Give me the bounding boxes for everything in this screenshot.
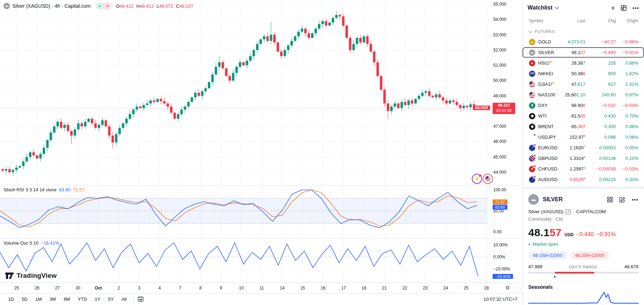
- volume-osc-chart[interactable]: [0, 239, 487, 282]
- last-main: 1.1630: [570, 145, 584, 151]
- candle-body: [363, 36, 365, 42]
- watchlist-row-gold[interactable]: ▬GOLD4,073.01−40.27−0.98%: [523, 37, 644, 47]
- date-tick[interactable]: 27: [55, 286, 60, 291]
- candle-body: [39, 154, 42, 159]
- range-1m[interactable]: 1M: [32, 295, 45, 303]
- candle-body: [94, 123, 97, 128]
- bid-button[interactable]: 48.158×22000: [528, 251, 567, 259]
- add-symbol-button[interactable]: +: [611, 4, 615, 12]
- chg-cell: 0.300: [590, 124, 616, 129]
- detail-name[interactable]: Silver (XAGUSD): [528, 209, 564, 214]
- candle-body: [328, 23, 331, 26]
- date-tick[interactable]: 11: [260, 286, 264, 291]
- date-tick[interactable]: 15: [300, 286, 305, 291]
- go-to-date-button[interactable]: [137, 296, 144, 302]
- range-3m[interactable]: 3M: [46, 295, 59, 303]
- date-tick[interactable]: 8: [199, 286, 202, 291]
- us-event-flag-icon[interactable]: [483, 174, 493, 184]
- stoch-rsi-chart[interactable]: [0, 185, 487, 239]
- grid-layout-button[interactable]: [621, 5, 627, 11]
- seasonals-chart[interactable]: [528, 291, 639, 305]
- date-tick[interactable]: Oct: [95, 286, 102, 291]
- ask-button[interactable]: 48.208×22000: [571, 251, 609, 259]
- main-chart-legend[interactable]: ▬ Silver (XAGUSD) · 4h · Capital.com ● ≈…: [4, 3, 193, 9]
- range-1d[interactable]: 1D: [5, 295, 17, 303]
- range-6m[interactable]: 6M: [60, 295, 73, 303]
- last-cell: 65.387: [555, 124, 590, 129]
- clock-timezone[interactable]: 10:07:32 UTC+7: [483, 297, 517, 302]
- range-ytd[interactable]: YTD: [74, 295, 90, 303]
- panel-divider[interactable]: [523, 186, 644, 189]
- range-5y[interactable]: 5Y: [105, 295, 117, 303]
- date-axis[interactable]: ⚙ › 25262730Oct2347891011141516171821222…: [0, 282, 522, 293]
- date-tick[interactable]: 10: [239, 286, 243, 291]
- delayed-data-badge: D: [550, 60, 553, 64]
- watchlist-section-futures[interactable]: FUTURES: [523, 26, 644, 37]
- date-tick[interactable]: 26: [35, 286, 39, 291]
- watchlist-row-usdjpy[interactable]: USDJPY152.9780.0960.06%: [523, 132, 644, 143]
- date-tick[interactable]: 22: [402, 286, 407, 291]
- candle-body: [22, 162, 25, 166]
- overview-grid-icon[interactable]: [607, 197, 613, 203]
- date-tick[interactable]: 25: [14, 286, 19, 291]
- edit-note-icon[interactable]: [619, 197, 625, 203]
- candle-body: [435, 94, 438, 97]
- price-axis[interactable]: 55.00054.00053.00052.00051.00050.00049.0…: [487, 0, 522, 293]
- watchlist-row-djia1[interactable]: DJIA1!D47,6176171.31%: [523, 79, 644, 90]
- pane-divider[interactable]: [0, 239, 522, 239]
- date-tick[interactable]: 4: [158, 286, 161, 291]
- watchlist-row-chfusd[interactable]: +CHFUSD1.25673−0.00039−0.03%: [523, 164, 644, 174]
- watchlist-row-eurusd[interactable]: ◦EURUSD1.163070.000530.05%: [523, 143, 644, 153]
- watchlist-row-gbpusd[interactable]: GBPUSD1.332440.001360.10%: [523, 153, 644, 164]
- date-tick[interactable]: 18: [362, 286, 366, 291]
- market-status-pill[interactable]: ● ≈: [96, 3, 112, 9]
- more-options-button[interactable]: •••: [632, 5, 639, 11]
- watchlist-row-nikkei[interactable]: 225NIKKEI50,3869001.82%: [523, 68, 644, 79]
- event-icons[interactable]: ⚡: [472, 174, 493, 184]
- range-all[interactable]: All: [118, 295, 130, 303]
- date-tick[interactable]: 3: [138, 286, 140, 291]
- pane-divider[interactable]: [0, 185, 522, 185]
- watchlist-row-silver[interactable]: ▬SILVER48.157−0.440−0.91%: [523, 47, 644, 58]
- column-chg[interactable]: Chg: [590, 18, 616, 23]
- date-tick[interactable]: 17: [341, 286, 346, 291]
- tradingview-logo[interactable]: TradingView: [5, 272, 57, 280]
- date-tick[interactable]: 16: [321, 286, 325, 291]
- candle-body: [408, 101, 410, 105]
- candle-body: [105, 120, 107, 126]
- range-5d[interactable]: 5D: [19, 295, 31, 303]
- date-tick[interactable]: 9: [220, 286, 222, 291]
- days-range-bar: ▲: [528, 272, 638, 274]
- date-tick[interactable]: 25: [464, 286, 468, 291]
- external-link-icon[interactable]: ↗: [566, 209, 571, 214]
- economic-event-icon[interactable]: ⚡: [472, 174, 482, 184]
- date-tick[interactable]: 21: [382, 286, 387, 291]
- candle-body: [177, 114, 179, 119]
- date-tick[interactable]: 7: [179, 286, 181, 291]
- range-1y[interactable]: 1Y: [91, 295, 103, 303]
- date-tick[interactable]: 30: [76, 286, 80, 291]
- more-options-button[interactable]: •••: [632, 197, 638, 202]
- column-chgpct[interactable]: Chg%: [616, 18, 638, 23]
- watchlist-row-audusd[interactable]: AUDUSD0.653560.002150.33%: [523, 174, 644, 185]
- watchlist-row-hsi1[interactable]: ▲HSI1!D26,3872260.86%: [523, 58, 644, 68]
- watchlist-row-wti[interactable]: WTI61.5050.4300.70%: [523, 111, 644, 121]
- date-tick[interactable]: 2: [118, 286, 120, 291]
- watchlist-rows: ▬GOLD4,073.01−40.27−0.98%▬SILVER48.157−0…: [523, 37, 644, 185]
- column-last[interactable]: Last: [555, 18, 590, 23]
- watchlist-row-dxy[interactable]: $DXY98.906−0.032−0.03%: [523, 100, 644, 111]
- date-tick[interactable]: 23: [423, 286, 427, 291]
- watchlist-title-menu[interactable]: Watchlist: [528, 5, 558, 11]
- volume-osc-legend[interactable]: Volume Osc 5 10 −16.41%: [4, 240, 59, 246]
- date-tick[interactable]: 24: [443, 286, 448, 291]
- chgpct-cell: −0.03%: [616, 166, 638, 172]
- column-symbol[interactable]: Symbol: [529, 18, 555, 23]
- candlestick-chart[interactable]: [0, 0, 487, 185]
- watchlist-row-brent[interactable]: BRENT65.3870.3000.46%: [523, 121, 644, 132]
- chg-cell: −0.032: [590, 103, 616, 108]
- date-tick[interactable]: 14: [280, 286, 284, 291]
- candle-body: [139, 107, 142, 108]
- stoch-rsi-legend[interactable]: Stoch RSI 3 3 14 14 close 63.60 71.57: [4, 187, 84, 192]
- chg-cell: 617: [590, 82, 616, 87]
- watchlist-row-nas100[interactable]: NAS10025,601.10245.600.97%: [523, 90, 644, 100]
